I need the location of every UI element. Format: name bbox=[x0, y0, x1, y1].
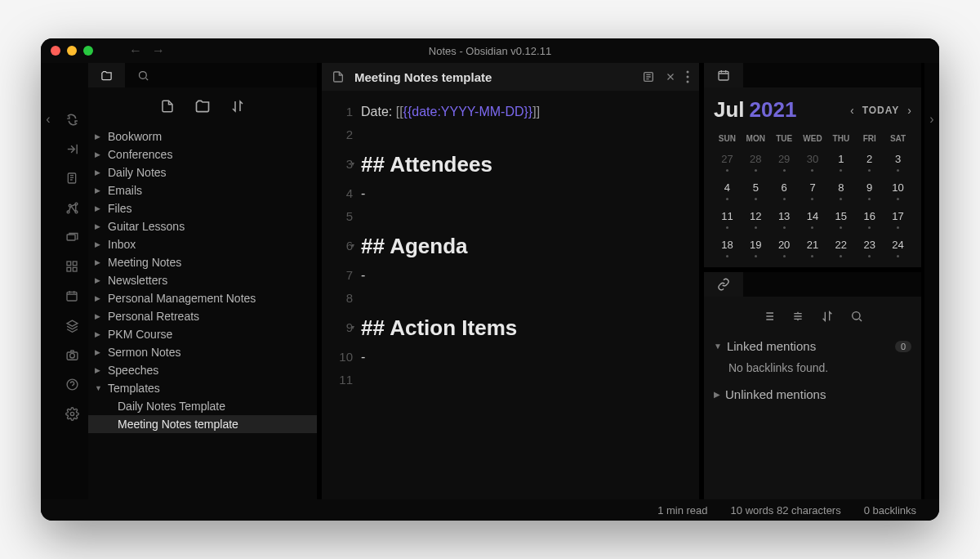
chevron-right-icon: ▶ bbox=[95, 150, 103, 159]
tab-search[interactable] bbox=[125, 63, 162, 87]
folder-item[interactable]: ▶Personal Management Notes bbox=[88, 289, 317, 307]
calendar-day[interactable]: 14 bbox=[800, 208, 826, 229]
calendar-day[interactable]: 29 bbox=[771, 151, 798, 172]
fold-icon[interactable]: ▾ bbox=[351, 228, 354, 264]
today-button[interactable]: TODAY bbox=[862, 105, 900, 116]
chevron-right-icon: › bbox=[929, 112, 933, 127]
calendar-day[interactable]: 19 bbox=[742, 237, 769, 257]
calendar-day[interactable]: 12 bbox=[742, 208, 769, 229]
folder-item[interactable]: ▶Bookworm bbox=[88, 127, 317, 145]
status-read-time: 1 min read bbox=[657, 504, 707, 517]
collapse-all-icon[interactable] bbox=[762, 310, 775, 323]
calendar-day[interactable]: 20 bbox=[771, 237, 798, 257]
help-icon[interactable] bbox=[65, 377, 79, 391]
nav-back-icon[interactable]: ← bbox=[129, 43, 142, 58]
calendar-day[interactable]: 2 bbox=[856, 151, 883, 172]
sort-backlinks-icon[interactable] bbox=[821, 310, 834, 323]
calendar-day[interactable]: 22 bbox=[827, 237, 854, 257]
calendar-icon[interactable] bbox=[65, 288, 79, 303]
minimize-window-button[interactable] bbox=[67, 46, 77, 56]
folder-item[interactable]: ▶PKM Course bbox=[88, 325, 317, 343]
calendar-day[interactable]: 4 bbox=[714, 180, 741, 200]
calendar-tab-header bbox=[704, 63, 921, 87]
nav-forward-icon[interactable]: → bbox=[152, 43, 165, 58]
calendar-day[interactable]: 16 bbox=[856, 208, 883, 229]
folder-item[interactable]: ▶Meeting Notes bbox=[88, 253, 317, 271]
folder-label: Meeting Notes bbox=[108, 256, 181, 269]
calendar-day[interactable]: 8 bbox=[827, 180, 854, 200]
backlinks-panel: ▼ Linked mentions 0 No backlinks found. … bbox=[704, 297, 921, 499]
calendar-day[interactable]: 9 bbox=[856, 180, 883, 200]
file-tree: ▶Bookworm▶Conferences▶Daily Notes▶Emails… bbox=[88, 124, 317, 499]
context-icon[interactable] bbox=[791, 310, 804, 323]
new-note-icon[interactable] bbox=[160, 99, 175, 114]
tab-calendar[interactable] bbox=[704, 63, 743, 87]
layers-icon[interactable] bbox=[65, 318, 79, 333]
calendar-day[interactable]: 17 bbox=[884, 208, 911, 229]
left-collapse-handle[interactable]: ‹ bbox=[41, 63, 56, 499]
notebook-icon[interactable] bbox=[65, 171, 79, 186]
calendar-day[interactable]: 10 bbox=[884, 180, 911, 200]
chevron-right-icon: ▶ bbox=[714, 390, 720, 399]
calendar-day[interactable]: 18 bbox=[714, 237, 741, 257]
grid-icon[interactable] bbox=[65, 259, 79, 274]
file-item[interactable]: Meeting Notes template bbox=[88, 415, 317, 433]
next-month-icon[interactable]: › bbox=[907, 104, 911, 117]
svg-rect-10 bbox=[67, 292, 77, 301]
folder-item[interactable]: ▶Personal Retreats bbox=[88, 307, 317, 325]
tab-backlinks[interactable] bbox=[704, 272, 743, 297]
maximize-window-button[interactable] bbox=[83, 46, 93, 56]
linked-mentions-header[interactable]: ▼ Linked mentions 0 bbox=[714, 334, 911, 358]
calendar-day[interactable]: 11 bbox=[714, 208, 741, 229]
calendar-day[interactable]: 27 bbox=[714, 151, 741, 172]
calendar-day[interactable]: 5 bbox=[742, 180, 769, 200]
search-backlinks-icon[interactable] bbox=[850, 310, 863, 323]
folder-item[interactable]: ▶Guitar Lessons bbox=[88, 217, 317, 235]
fold-icon[interactable]: ▾ bbox=[351, 310, 354, 346]
editor-content[interactable]: 1 2 3▾ 4 5 6▾ 7 8 9▾ 10 11 Date: [[{{dat… bbox=[322, 91, 699, 499]
calendar-day[interactable]: 15 bbox=[827, 208, 854, 229]
chevron-right-icon: ▶ bbox=[95, 312, 103, 320]
calendar-day[interactable]: 24 bbox=[884, 237, 911, 257]
folder-item[interactable]: ▼Templates bbox=[88, 379, 317, 397]
calendar-day[interactable]: 30 bbox=[800, 151, 826, 172]
camera-icon[interactable] bbox=[65, 347, 79, 362]
graph-icon[interactable] bbox=[65, 200, 79, 215]
switcher-icon[interactable] bbox=[65, 141, 79, 156]
folder-item[interactable]: ▶Daily Notes bbox=[88, 163, 317, 181]
right-collapse-handle[interactable]: › bbox=[924, 63, 939, 499]
svg-point-13 bbox=[67, 379, 78, 390]
sync-icon[interactable] bbox=[65, 112, 79, 127]
sort-icon[interactable] bbox=[230, 99, 245, 114]
fold-icon[interactable]: ▾ bbox=[351, 146, 354, 182]
folder-label: Speeches bbox=[108, 364, 158, 377]
close-window-button[interactable] bbox=[51, 46, 60, 56]
folder-item[interactable]: ▶Speeches bbox=[88, 361, 317, 379]
unlinked-mentions-header[interactable]: ▶ Unlinked mentions bbox=[714, 382, 911, 406]
calendar-day[interactable]: 7 bbox=[800, 180, 826, 200]
calendar-day[interactable]: 13 bbox=[771, 208, 798, 229]
file-item[interactable]: Daily Notes Template bbox=[88, 397, 317, 415]
close-tab-icon[interactable] bbox=[665, 71, 676, 83]
preview-icon[interactable] bbox=[642, 70, 655, 83]
tab-files[interactable] bbox=[88, 63, 125, 87]
folder-item[interactable]: ▶Emails bbox=[88, 181, 317, 199]
calendar-day[interactable]: 6 bbox=[771, 180, 798, 200]
folder-item[interactable]: ▶Files bbox=[88, 199, 317, 217]
calendar-day[interactable]: 1 bbox=[827, 151, 854, 172]
new-folder-icon[interactable] bbox=[194, 98, 211, 114]
calendar-dow: MON bbox=[742, 134, 769, 143]
calendar-day[interactable]: 3 bbox=[884, 151, 911, 172]
prev-month-icon[interactable]: ‹ bbox=[850, 104, 854, 117]
settings-icon[interactable] bbox=[65, 406, 79, 421]
cards-icon[interactable] bbox=[65, 230, 79, 244]
calendar-day[interactable]: 28 bbox=[742, 151, 769, 172]
more-icon[interactable] bbox=[686, 70, 689, 83]
folder-item[interactable]: ▶Conferences bbox=[88, 145, 317, 163]
editor-text[interactable]: Date: [[{{date:YYYY-MM-DD}}]] ## Attende… bbox=[361, 101, 699, 499]
calendar-day[interactable]: 23 bbox=[856, 237, 883, 257]
calendar-day[interactable]: 21 bbox=[800, 237, 826, 257]
folder-item[interactable]: ▶Sermon Notes bbox=[88, 343, 317, 361]
folder-item[interactable]: ▶Inbox bbox=[88, 235, 317, 253]
folder-item[interactable]: ▶Newsletters bbox=[88, 271, 317, 289]
